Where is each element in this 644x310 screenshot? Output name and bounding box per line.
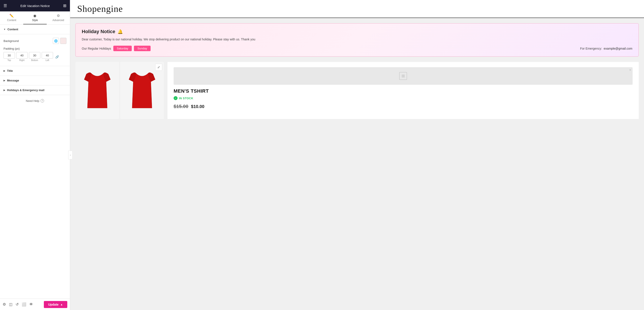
saturday-tag[interactable]: Saturday xyxy=(113,46,132,51)
tab-content[interactable]: ✏️ Content xyxy=(0,12,23,24)
tshirt-back-svg xyxy=(124,69,160,112)
placeholder-icon: ⊞ xyxy=(399,72,407,80)
message-arrow-icon: ▶ xyxy=(4,79,5,82)
holiday-title-row: Holiday Notice 🔔 xyxy=(82,29,632,35)
background-label: Background xyxy=(4,39,19,43)
product-name: MEN'S TSHIRT xyxy=(174,88,632,94)
panel-tabs: ✏️ Content ◉ Style ⚙ Advanced xyxy=(0,12,70,25)
tshirt-front-svg xyxy=(80,69,115,112)
settings-icon[interactable]: ⚙ xyxy=(3,302,6,307)
in-stock-text: IN STOCK xyxy=(179,97,193,100)
site-header: Shopengine xyxy=(70,0,644,18)
padding-bottom-group: Bottom xyxy=(29,52,40,61)
regular-holidays-label: Our Regular Holidays xyxy=(82,47,111,50)
style-tab-icon: ◉ xyxy=(33,14,36,18)
title-section-label: Title xyxy=(7,69,13,72)
title-arrow-icon: ▶ xyxy=(4,70,5,72)
padding-link-icon[interactable]: 🔗 xyxy=(54,54,60,60)
in-stock-row: ✓ IN STOCK xyxy=(174,96,632,100)
holiday-notice: Holiday Notice 🔔 Dear customer, Today is… xyxy=(76,23,639,57)
padding-right-input[interactable] xyxy=(16,52,28,59)
product-image-placeholder: ⊞ ✕ xyxy=(174,67,632,85)
message-section-header[interactable]: ▶ Message xyxy=(0,76,70,85)
update-label: Update xyxy=(48,303,58,306)
padding-left-label: Left xyxy=(46,59,49,61)
padding-left-group: Left xyxy=(42,52,53,61)
grid-icon[interactable]: ⊞ xyxy=(63,3,66,8)
holiday-footer-left: Our Regular Holidays Saturday Sunday xyxy=(82,46,150,51)
expand-button[interactable]: ⤢ xyxy=(155,64,162,71)
padding-left-input[interactable] xyxy=(42,52,53,59)
tab-advanced[interactable]: ⚙ Advanced xyxy=(47,12,70,24)
old-price: $15.00 xyxy=(174,104,188,109)
panel-header: ☰ Edit Vacation Notice ⊞ xyxy=(0,0,70,12)
background-controls: 🌐 xyxy=(53,38,66,44)
product-images: ⤢ xyxy=(76,62,164,119)
content-area: Holiday Notice 🔔 Dear customer, Today is… xyxy=(70,18,644,124)
panel-footer: ⚙ ◫ ↺ ⬜ 👁 Update ▲ xyxy=(0,298,70,310)
update-chevron-icon: ▲ xyxy=(60,303,63,306)
need-help-row[interactable]: Need Help ? xyxy=(0,95,70,106)
padding-inputs: Top Right Bottom Left 🔗 xyxy=(4,52,66,61)
padding-top-label: Top xyxy=(8,59,11,61)
new-price: $10.00 xyxy=(191,104,204,109)
padding-right-label: Right xyxy=(19,59,24,61)
left-panel: ☰ Edit Vacation Notice ⊞ ✏️ Content ◉ St… xyxy=(0,0,70,310)
background-field-row: Background 🌐 xyxy=(4,38,66,44)
panel-title: Edit Vacation Notice xyxy=(20,4,50,8)
collapse-handle[interactable]: ‹ xyxy=(68,150,72,160)
holiday-message: Dear customer, Today is our national hol… xyxy=(82,37,632,42)
bell-icon: 🔔 xyxy=(118,29,123,34)
site-logo: Shopengine xyxy=(77,4,123,14)
content-arrow-icon: ▼ xyxy=(4,28,6,31)
tab-content-label: Content xyxy=(7,19,16,22)
background-color-swatch[interactable] xyxy=(60,38,66,44)
product-image-back: ⤢ xyxy=(120,62,164,119)
need-help-text: Need Help xyxy=(26,99,39,102)
help-circle-icon: ? xyxy=(40,99,44,102)
product-info: ⊞ ✕ MEN'S TSHIRT ✓ IN STOCK $15.00 $10.0… xyxy=(168,62,639,119)
footer-icons: ⚙ ◫ ↺ ⬜ 👁 xyxy=(3,302,33,307)
background-globe-btn[interactable]: 🌐 xyxy=(53,38,59,44)
holidays-arrow-icon: ▶ xyxy=(4,89,5,91)
holidays-section-label: Holidays & Emergency mail xyxy=(7,88,44,92)
padding-bottom-input[interactable] xyxy=(29,52,40,59)
content-section-label: Content xyxy=(8,28,18,31)
sunday-tag[interactable]: Sunday xyxy=(134,46,150,51)
product-image-front xyxy=(76,62,119,119)
holiday-footer-row: Our Regular Holidays Saturday Sunday For… xyxy=(82,46,632,51)
panel-body: ▼ Content Background 🌐 Padding (px) Top xyxy=(0,25,70,298)
message-section-label: Message xyxy=(7,79,19,82)
products-area: ⤢ ⊞ ✕ MEN'S TSHIRT ✓ IN STOCK $15.00 $10… xyxy=(76,62,639,119)
padding-top-group: Top xyxy=(4,52,15,61)
title-section-header[interactable]: ▶ Title xyxy=(0,66,70,76)
placeholder-corner-icon: ✕ xyxy=(629,69,631,72)
padding-row: Padding (px) Top Right Bottom xyxy=(4,47,66,61)
preview-icon[interactable]: 👁 xyxy=(29,302,33,307)
content-tab-icon: ✏️ xyxy=(10,14,14,18)
holiday-footer-right: For Emergency: example@gmail.com xyxy=(580,47,632,50)
in-stock-icon: ✓ xyxy=(174,96,178,100)
tab-style-label: Style xyxy=(32,19,38,22)
responsive-icon[interactable]: ⬜ xyxy=(22,302,26,307)
holidays-section-header[interactable]: ▶ Holidays & Emergency mail xyxy=(0,85,70,95)
emergency-email: example@gmail.com xyxy=(604,47,632,50)
padding-right-group: Right xyxy=(16,52,28,61)
update-button[interactable]: Update ▲ xyxy=(44,301,67,308)
content-section-body: Background 🌐 Padding (px) Top Right xyxy=(0,34,70,66)
tab-style[interactable]: ◉ Style xyxy=(23,12,46,24)
emergency-label: For Emergency: xyxy=(580,47,602,50)
right-content: Shopengine Holiday Notice 🔔 Dear custome… xyxy=(70,0,644,310)
padding-top-input[interactable] xyxy=(4,52,15,59)
hamburger-icon[interactable]: ☰ xyxy=(4,3,7,8)
layers-icon[interactable]: ◫ xyxy=(9,302,12,307)
advanced-tab-icon: ⚙ xyxy=(57,14,60,18)
holiday-notice-title: Holiday Notice xyxy=(82,29,115,35)
history-icon[interactable]: ↺ xyxy=(16,302,19,307)
content-section-header[interactable]: ▼ Content xyxy=(0,25,70,34)
price-row: $15.00 $10.00 xyxy=(174,104,632,109)
padding-bottom-label: Bottom xyxy=(31,59,38,61)
padding-label: Padding (px) xyxy=(4,47,66,50)
tab-advanced-label: Advanced xyxy=(52,19,64,22)
